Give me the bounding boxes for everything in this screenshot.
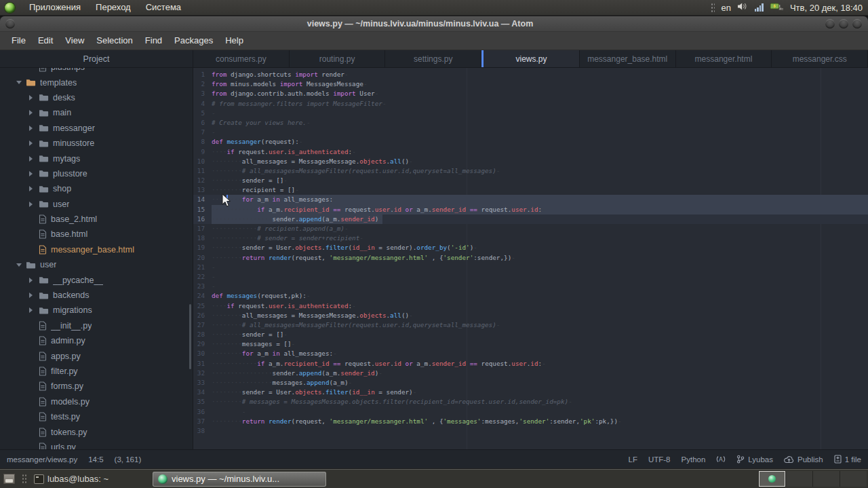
tree-scrollbar[interactable] bbox=[189, 304, 191, 369]
tree-item-templates[interactable]: templates bbox=[0, 75, 193, 90]
menu-find[interactable]: Find bbox=[139, 32, 168, 50]
tab-messanger.css[interactable]: messanger.css bbox=[772, 50, 868, 67]
tab-messanger_base.html[interactable]: messanger_base.html bbox=[580, 50, 676, 67]
tab-settings.py[interactable]: settings.py bbox=[385, 50, 481, 67]
panel-clock[interactable]: Чтв, 20 дек, 18:40 bbox=[790, 3, 863, 13]
taskbar-button-atom[interactable]: views.py — ~/minus.lviv.u... bbox=[153, 472, 326, 487]
network-signal-icon[interactable] bbox=[755, 3, 764, 12]
status-messanger-views-py[interactable]: messanger/views.py bbox=[7, 455, 77, 464]
taskbar-button-terminal[interactable]: lubas@lubas: ~ bbox=[29, 472, 149, 487]
volume-icon[interactable] bbox=[737, 2, 749, 13]
panel-menu-Приложения[interactable]: Приложения bbox=[22, 2, 88, 12]
tree-item-forms.py[interactable]: forms.py bbox=[0, 379, 193, 394]
tree-item-plusstore[interactable]: plusstore bbox=[0, 166, 193, 181]
panel-menu-Переход[interactable]: Переход bbox=[88, 2, 138, 12]
tree-item-__pycache__[interactable]: __pycache__ bbox=[0, 272, 193, 287]
tree-item-mytags[interactable]: mytags bbox=[0, 151, 193, 166]
tree-item-tests.py[interactable]: tests.py bbox=[0, 409, 193, 424]
line-number: 3 bbox=[193, 89, 210, 98]
code-token: if bbox=[226, 302, 234, 309]
tree-item-__init__.py[interactable]: __init__.py bbox=[0, 318, 193, 333]
folder-icon bbox=[39, 109, 49, 117]
tree-item-plustmps[interactable]: plustmps bbox=[0, 68, 193, 75]
line-content: ············if a_m.recipient_id == reque… bbox=[212, 205, 868, 214]
file-manager-launcher-icon[interactable] bbox=[3, 474, 15, 484]
menu-edit[interactable]: Edit bbox=[32, 32, 59, 50]
menu-packages[interactable]: Packages bbox=[168, 32, 219, 50]
tree-item-models.py[interactable]: models.py bbox=[0, 394, 193, 409]
tree-item-shop[interactable]: shop bbox=[0, 181, 193, 196]
minimize-button[interactable] bbox=[825, 19, 835, 29]
tab-views.py[interactable]: views.py bbox=[481, 50, 580, 67]
tree-item-messanger[interactable]: messanger bbox=[0, 121, 193, 136]
line-number: 12 bbox=[193, 176, 210, 185]
menu-view[interactable]: View bbox=[59, 32, 90, 50]
tree-item-user[interactable]: user bbox=[0, 197, 193, 212]
menu-help[interactable]: Help bbox=[219, 32, 250, 50]
tree-item-filter.py[interactable]: filter.py bbox=[0, 364, 193, 379]
window-titlebar[interactable]: views.py — ~/minus.lviv.ua/minus/minus.l… bbox=[0, 16, 868, 32]
tree-item-apps.py[interactable]: apps.py bbox=[0, 348, 193, 363]
tree-item-base.html[interactable]: base.html bbox=[0, 227, 193, 242]
status-python[interactable]: Python bbox=[682, 455, 706, 464]
status-lf[interactable]: LF bbox=[629, 455, 637, 464]
close-button[interactable] bbox=[852, 19, 862, 29]
tree-item-user[interactable]: user bbox=[0, 257, 193, 272]
eol-marker: - bbox=[378, 369, 382, 377]
line-content: from django.contrib.auth.models import U… bbox=[212, 89, 868, 98]
status-teletype[interactable]: A bbox=[716, 455, 726, 464]
menu-file[interactable]: File bbox=[5, 32, 32, 50]
workspace-4[interactable] bbox=[840, 471, 867, 487]
workspace-1[interactable] bbox=[758, 471, 785, 487]
code-token: from bbox=[212, 80, 226, 88]
code-token: = sender). bbox=[375, 244, 417, 251]
code-token: # recipient.append(a_m) bbox=[257, 225, 344, 232]
tree-item-main[interactable]: main bbox=[0, 105, 193, 120]
code-line: 30········for a_m in all_messages:- bbox=[193, 349, 868, 358]
panel-menus: ПриложенияПереходСистема bbox=[22, 0, 189, 15]
indent-whitespace: ···· bbox=[212, 148, 226, 155]
tree-item-urls.py[interactable]: urls.py bbox=[0, 440, 193, 449]
tree-item-tokens.py[interactable]: tokens.py bbox=[0, 424, 193, 439]
workspace-3[interactable] bbox=[812, 471, 840, 487]
tree-item-base_2.html[interactable]: base_2.html bbox=[0, 212, 193, 227]
tree-item-minusstore[interactable]: minusstore bbox=[0, 136, 193, 151]
tree-item-backends[interactable]: backends bbox=[0, 288, 193, 303]
maximize-button[interactable] bbox=[839, 19, 848, 29]
status-publish[interactable]: Publish bbox=[784, 455, 823, 464]
code-editor[interactable]: 1from django.shortcuts import render-2fr… bbox=[193, 68, 868, 449]
bottom-taskbar: lubas@lubas: ~views.py — ~/minus.lviv.u.… bbox=[0, 469, 868, 488]
chevron-down-icon bbox=[16, 81, 26, 84]
tab-messanger.html[interactable]: messanger.html bbox=[676, 50, 772, 67]
status-14-5[interactable]: 14:5 bbox=[88, 455, 103, 464]
status-lyubas[interactable]: Lyubas bbox=[736, 455, 773, 464]
status--3-161-[interactable]: (3, 161) bbox=[115, 455, 142, 464]
code-token: objects bbox=[295, 244, 321, 251]
tree-item-desks[interactable]: desks bbox=[0, 90, 193, 105]
tree-item-migrations[interactable]: migrations bbox=[0, 303, 193, 318]
keyboard-layout-indicator[interactable]: en bbox=[721, 3, 730, 13]
tree-item-messanger_base.html[interactable]: messanger_base.html bbox=[0, 242, 193, 257]
line-content: ········sender = []- bbox=[212, 330, 868, 339]
line-content: def messanger(request):- bbox=[212, 137, 868, 147]
eol-marker: - bbox=[359, 234, 363, 242]
file-icon bbox=[39, 68, 47, 72]
window-menu-button[interactable] bbox=[5, 19, 15, 29]
project-tree[interactable]: plustmpstemplatesdesksmainmessangerminus… bbox=[0, 68, 193, 449]
code-line: 2from minus.models import MessagesMessag… bbox=[193, 79, 868, 89]
status-label: LF bbox=[629, 455, 637, 464]
tab-routing.py[interactable]: routing.py bbox=[290, 50, 386, 67]
code-token: id bbox=[394, 360, 401, 367]
status-utf-8[interactable]: UTF-8 bbox=[648, 455, 671, 464]
tree-item-admin.py[interactable]: admin.py bbox=[0, 333, 193, 348]
distro-menu-icon[interactable] bbox=[5, 3, 15, 13]
status-bar-left: messanger/views.py14:5(3, 161) bbox=[7, 455, 141, 464]
tab-consumers.py[interactable]: consumers.py bbox=[193, 50, 290, 67]
battery-charging-icon[interactable] bbox=[770, 2, 784, 14]
workspace-2[interactable] bbox=[785, 471, 812, 487]
panel-menu-Система[interactable]: Система bbox=[138, 2, 189, 12]
menu-selection[interactable]: Selection bbox=[90, 32, 138, 50]
code-line: 15············if a_m.recipient_id == req… bbox=[193, 205, 868, 214]
status-1-file[interactable]: 1 file bbox=[834, 455, 861, 464]
code-token: recipient_id bbox=[283, 360, 329, 367]
